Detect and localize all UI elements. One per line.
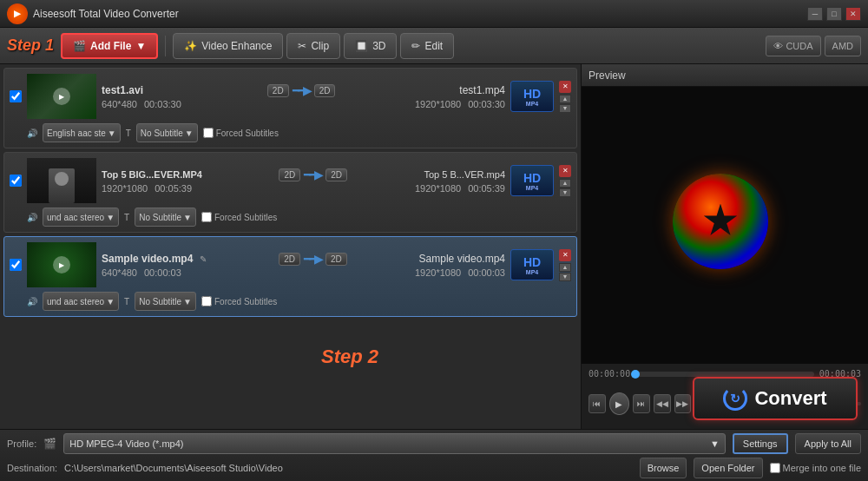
item-close-1[interactable]: ✕ <box>559 81 571 93</box>
file-names-1: test1.avi 2D ━━▶ 2D test1.mp4 <box>102 83 505 97</box>
audio-dropdown-3[interactable]: und aac stereo ▼ <box>43 292 119 311</box>
arrow-dots-2: ━━▶ <box>304 168 322 181</box>
file-arrow-area-2: 2D ━━▶ 2D <box>209 168 418 181</box>
hd-badge-3: HD MP4 <box>510 249 554 280</box>
file-list: ▶ test1.avi 2D ━━▶ 2D test1.mp4 64 <box>0 64 582 429</box>
item-down-1[interactable]: ▼ <box>559 104 571 113</box>
app-logo-icon: ▶ <box>7 3 28 24</box>
convert-icon: ↻ <box>723 386 747 411</box>
preview-content <box>582 87 868 364</box>
audio-icon-2: 🔊 <box>27 213 37 222</box>
play-button[interactable]: ▶ <box>609 392 629 415</box>
file-info-2: Top 5 BIG...EVER.MP4 2D ━━▶ 2D Top 5 B..… <box>102 168 505 194</box>
video-enhance-button[interactable]: ✨ Video Enhance <box>173 33 283 59</box>
file-arrow-area-1: 2D ━━▶ 2D <box>150 83 452 97</box>
item-up-2[interactable]: ▲ <box>559 179 571 188</box>
file-name-dst-1: test1.mp4 <box>459 84 505 96</box>
file-item-top-2: Top 5 BIG...EVER.MP4 2D ━━▶ 2D Top 5 B..… <box>10 158 571 203</box>
badge-2d-dst-2: 2D <box>326 168 347 181</box>
forced-check-1: Forced Subtitles <box>203 128 279 138</box>
item-up-1[interactable]: ▲ <box>559 95 571 103</box>
file-item-top: ▶ test1.avi 2D ━━▶ 2D test1.mp4 64 <box>10 74 571 119</box>
add-file-button[interactable]: 🎬 Add File ▼ <box>61 33 158 59</box>
edit-button[interactable]: ✏ Edit <box>400 33 454 59</box>
subtitle-dropdown-2[interactable]: No Subtitle ▼ <box>135 208 196 227</box>
audio-icon-3: 🔊 <box>27 297 37 306</box>
file-checkbox-1[interactable] <box>10 90 22 102</box>
skip-back-button[interactable]: ⏮ <box>589 394 606 413</box>
cuda-button[interactable]: 👁 CUDA <box>766 36 820 56</box>
logo-center <box>703 204 738 239</box>
subtitle-dropdown-3[interactable]: No Subtitle ▼ <box>135 292 196 311</box>
step-back-button[interactable]: ◀◀ <box>654 394 671 413</box>
item-arrows-2: ▲ ▼ <box>559 179 571 197</box>
forced-checkbox-3[interactable] <box>201 296 212 306</box>
app-title: Aiseesoft Total Video Converter <box>33 8 807 20</box>
profile-select[interactable]: HD MPEG-4 Video (*.mp4) ▼ <box>63 433 726 454</box>
3d-button[interactable]: 🔲 3D <box>344 33 397 59</box>
step1-label: Step 1 <box>7 36 54 55</box>
file-thumb-3: ▶ <box>27 242 96 287</box>
settings-button[interactable]: Settings <box>733 433 788 454</box>
forced-checkbox-2[interactable] <box>201 212 212 222</box>
logo-ring <box>673 174 768 269</box>
badge-2d-dst-1: 2D <box>314 84 336 97</box>
file-checkbox-2[interactable] <box>10 175 22 187</box>
subtitle-icon-3: T <box>124 297 129 306</box>
profile-dropdown-icon: ▼ <box>710 438 720 449</box>
file-name-src-3: Sample video.mp4 <box>102 253 193 265</box>
preview-panel: Preview 00:00:00 00:00:03 ⏮ ▶ ⏭ <box>582 64 868 429</box>
clip-button[interactable]: ✂ Clip <box>286 33 340 59</box>
item-controls-3: ✕ ▲ ▼ <box>559 249 571 281</box>
open-folder-button[interactable]: Open Folder <box>694 458 762 478</box>
thumb-play-1[interactable]: ▶ <box>53 88 70 105</box>
badge-2d-src-3: 2D <box>279 253 300 266</box>
file-thumb-1: ▶ <box>27 74 96 119</box>
progress-bar[interactable] <box>635 372 814 377</box>
audio-dropdown-1[interactable]: English aac ste ▼ <box>43 123 121 142</box>
maximize-button[interactable]: □ <box>826 7 842 21</box>
convert-button[interactable]: ↻ Convert <box>693 377 858 420</box>
file-dims-1: 640*480 00:03:30 1920*1080 00:03:30 <box>102 99 505 109</box>
item-controls-2: ✕ ▲ ▼ <box>559 165 571 197</box>
minimize-button[interactable]: ─ <box>807 7 823 21</box>
arrow-dots-1: ━━▶ <box>293 83 311 97</box>
film-icon: 🎬 <box>73 40 86 52</box>
merge-checkbox[interactable] <box>770 463 780 473</box>
browse-button[interactable]: Browse <box>640 458 687 478</box>
subtitle-dropdown-1[interactable]: No Subtitle ▼ <box>136 123 198 142</box>
profile-icon: 🎬 <box>43 438 56 450</box>
step-forward-button[interactable]: ▶▶ <box>674 394 692 413</box>
arrow-dots-3: ━━▶ <box>304 252 322 266</box>
close-button[interactable]: ✕ <box>845 7 861 21</box>
apply-all-button[interactable]: Apply to All <box>795 433 861 454</box>
step2-label: Step 2 <box>321 346 378 368</box>
dest-path: C:\Users\market\Documents\Aiseesoft Stud… <box>64 463 633 473</box>
preview-header: Preview <box>582 64 868 87</box>
3d-icon: 🔲 <box>355 40 368 52</box>
item-down-2[interactable]: ▼ <box>559 188 571 197</box>
audio-dropdown-2[interactable]: und aac stereo ▼ <box>43 208 119 227</box>
file-name-src-2: Top 5 BIG...EVER.MP4 <box>102 169 202 180</box>
bottom-row2: Destination: C:\Users\market\Documents\A… <box>7 458 861 478</box>
badge-2d-src-2: 2D <box>279 168 300 181</box>
item-close-2[interactable]: ✕ <box>559 165 571 177</box>
forced-checkbox-1[interactable] <box>203 128 214 138</box>
hd-badge-1: HD MP4 <box>510 81 554 112</box>
file-checkbox-3[interactable] <box>10 259 22 271</box>
merge-check: Merge into one file <box>770 463 862 473</box>
convert-btn-wrap: ↻ Convert <box>693 377 858 420</box>
item-up-3[interactable]: ▲ <box>559 263 571 272</box>
file-item-top-3: ▶ Sample video.mp4 ✎ 2D ━━▶ 2D Sample vi… <box>10 242 571 287</box>
amd-button[interactable]: AMD <box>825 36 861 56</box>
file-item-bottom-1: 🔊 English aac ste ▼ T No Subtitle ▼ Forc… <box>10 123 571 142</box>
subtitle-icon-2: T <box>124 213 129 222</box>
progress-thumb <box>631 370 640 379</box>
file-names-2: Top 5 BIG...EVER.MP4 2D ━━▶ 2D Top 5 B..… <box>102 168 505 181</box>
edit-icon-3[interactable]: ✎ <box>200 254 207 264</box>
thumb-play-3[interactable]: ▶ <box>53 256 70 273</box>
item-down-3[interactable]: ▼ <box>559 273 571 281</box>
item-close-3[interactable]: ✕ <box>559 249 571 261</box>
skip-forward-button[interactable]: ⏭ <box>633 394 650 413</box>
window-controls: ─ □ ✕ <box>807 7 861 21</box>
